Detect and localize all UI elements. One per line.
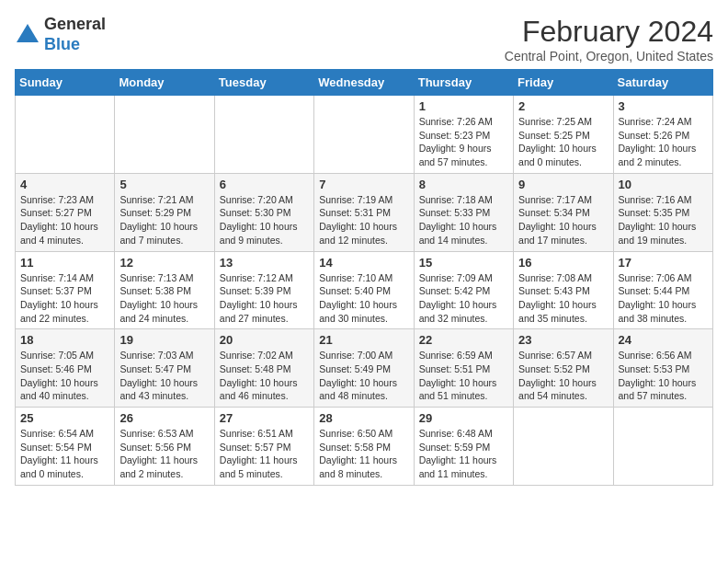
day-number: 6 (220, 178, 309, 191)
calendar-cell: 9Sunrise: 7:17 AMSunset: 5:34 PMDaylight… (514, 173, 613, 251)
day-detail: Sunrise: 7:16 AMSunset: 5:35 PMDaylight:… (619, 193, 708, 247)
calendar-cell: 27Sunrise: 6:51 AMSunset: 5:57 PMDayligh… (214, 408, 313, 486)
day-detail: Sunrise: 7:08 AMSunset: 5:43 PMDaylight:… (518, 271, 608, 326)
day-detail: Sunrise: 6:57 AMSunset: 5:52 PMDaylight:… (518, 349, 608, 403)
day-detail: Sunrise: 7:23 AMSunset: 5:27 PMDaylight:… (20, 193, 109, 247)
day-detail: Sunrise: 7:20 AMSunset: 5:30 PMDaylight:… (220, 193, 309, 247)
day-detail: Sunrise: 7:26 AMSunset: 5:23 PMDaylight:… (419, 115, 508, 169)
weekday-header: Wednesday (314, 70, 414, 96)
day-number: 26 (119, 411, 209, 425)
weekday-header-row: SundayMondayTuesdayWednesdayThursdayFrid… (16, 70, 713, 96)
calendar-cell (115, 96, 214, 174)
day-detail: Sunrise: 7:13 AMSunset: 5:38 PMDaylight:… (119, 271, 209, 326)
calendar-cell: 11Sunrise: 7:14 AMSunset: 5:37 PMDayligh… (16, 251, 115, 329)
logo-general: General (44, 15, 106, 33)
day-detail: Sunrise: 6:56 AMSunset: 5:53 PMDaylight:… (619, 349, 708, 403)
title-area: February 2024 Central Point, Oregon, Uni… (505, 15, 713, 63)
calendar-cell: 23Sunrise: 6:57 AMSunset: 5:52 PMDayligh… (514, 329, 613, 408)
day-number: 15 (419, 256, 508, 270)
day-number: 16 (518, 256, 608, 270)
day-detail: Sunrise: 7:21 AMSunset: 5:29 PMDaylight:… (119, 193, 209, 247)
day-number: 14 (319, 256, 408, 270)
day-number: 9 (518, 178, 608, 191)
day-detail: Sunrise: 7:17 AMSunset: 5:34 PMDaylight:… (518, 193, 608, 247)
calendar-cell: 28Sunrise: 6:50 AMSunset: 5:58 PMDayligh… (314, 408, 414, 486)
day-detail: Sunrise: 6:50 AMSunset: 5:58 PMDaylight:… (319, 427, 408, 481)
calendar-cell: 21Sunrise: 7:00 AMSunset: 5:49 PMDayligh… (314, 329, 414, 408)
calendar-cell: 16Sunrise: 7:08 AMSunset: 5:43 PMDayligh… (514, 251, 613, 329)
calendar-week-row: 4Sunrise: 7:23 AMSunset: 5:27 PMDaylight… (16, 173, 713, 251)
day-number: 3 (619, 99, 708, 113)
calendar-week-row: 1Sunrise: 7:26 AMSunset: 5:23 PMDaylight… (16, 96, 713, 174)
day-number: 11 (20, 256, 109, 270)
calendar-cell (314, 96, 414, 174)
logo-icon (15, 22, 40, 48)
day-number: 17 (619, 256, 708, 270)
weekday-header: Thursday (414, 70, 513, 96)
calendar-cell: 12Sunrise: 7:13 AMSunset: 5:38 PMDayligh… (115, 251, 214, 329)
calendar-cell: 4Sunrise: 7:23 AMSunset: 5:27 PMDaylight… (16, 173, 115, 251)
calendar-table: SundayMondayTuesdayWednesdayThursdayFrid… (15, 69, 713, 486)
weekday-header: Saturday (613, 70, 712, 96)
calendar-cell: 22Sunrise: 6:59 AMSunset: 5:51 PMDayligh… (414, 329, 513, 408)
calendar-week-row: 18Sunrise: 7:05 AMSunset: 5:46 PMDayligh… (16, 329, 713, 408)
calendar-cell: 5Sunrise: 7:21 AMSunset: 5:29 PMDaylight… (115, 173, 214, 251)
location-subtitle: Central Point, Oregon, United States (505, 49, 713, 63)
calendar-cell: 18Sunrise: 7:05 AMSunset: 5:46 PMDayligh… (16, 329, 115, 408)
day-number: 23 (518, 333, 608, 347)
calendar-cell (214, 96, 313, 174)
day-number: 12 (119, 256, 209, 270)
day-detail: Sunrise: 7:03 AMSunset: 5:47 PMDaylight:… (119, 349, 209, 403)
day-number: 1 (419, 99, 508, 113)
day-detail: Sunrise: 7:10 AMSunset: 5:40 PMDaylight:… (319, 271, 408, 326)
calendar-week-row: 25Sunrise: 6:54 AMSunset: 5:54 PMDayligh… (16, 408, 713, 486)
month-year-title: February 2024 (505, 15, 713, 49)
weekday-header: Tuesday (214, 70, 313, 96)
day-number: 4 (20, 178, 109, 191)
day-number: 25 (20, 411, 109, 425)
day-detail: Sunrise: 7:00 AMSunset: 5:49 PMDaylight:… (319, 349, 408, 403)
calendar-cell: 14Sunrise: 7:10 AMSunset: 5:40 PMDayligh… (314, 251, 414, 329)
calendar-cell: 29Sunrise: 6:48 AMSunset: 5:59 PMDayligh… (414, 408, 513, 486)
day-detail: Sunrise: 6:54 AMSunset: 5:54 PMDaylight:… (20, 427, 109, 481)
day-detail: Sunrise: 7:06 AMSunset: 5:44 PMDaylight:… (619, 271, 708, 326)
calendar-cell (16, 96, 115, 174)
day-detail: Sunrise: 6:53 AMSunset: 5:56 PMDaylight:… (119, 427, 209, 481)
day-number: 19 (119, 333, 209, 347)
day-detail: Sunrise: 6:48 AMSunset: 5:59 PMDaylight:… (419, 427, 508, 481)
calendar-cell: 24Sunrise: 6:56 AMSunset: 5:53 PMDayligh… (613, 329, 712, 408)
day-number: 5 (119, 178, 209, 191)
logo-blue: Blue (44, 35, 80, 53)
logo-text: General Blue (44, 15, 106, 54)
calendar-cell: 8Sunrise: 7:18 AMSunset: 5:33 PMDaylight… (414, 173, 513, 251)
calendar-cell: 20Sunrise: 7:02 AMSunset: 5:48 PMDayligh… (214, 329, 313, 408)
weekday-header: Friday (514, 70, 613, 96)
calendar-cell: 25Sunrise: 6:54 AMSunset: 5:54 PMDayligh… (16, 408, 115, 486)
day-number: 21 (319, 333, 408, 347)
weekday-header: Monday (115, 70, 214, 96)
day-detail: Sunrise: 7:09 AMSunset: 5:42 PMDaylight:… (419, 271, 508, 326)
day-number: 20 (220, 333, 309, 347)
day-number: 28 (319, 411, 408, 425)
day-detail: Sunrise: 6:59 AMSunset: 5:51 PMDaylight:… (419, 349, 508, 403)
day-detail: Sunrise: 7:02 AMSunset: 5:48 PMDaylight:… (220, 349, 309, 403)
day-detail: Sunrise: 7:24 AMSunset: 5:26 PMDaylight:… (619, 115, 708, 169)
day-detail: Sunrise: 7:05 AMSunset: 5:46 PMDaylight:… (20, 349, 109, 403)
day-detail: Sunrise: 7:12 AMSunset: 5:39 PMDaylight:… (220, 271, 309, 326)
day-detail: Sunrise: 7:18 AMSunset: 5:33 PMDaylight:… (419, 193, 508, 247)
calendar-cell: 13Sunrise: 7:12 AMSunset: 5:39 PMDayligh… (214, 251, 313, 329)
calendar-week-row: 11Sunrise: 7:14 AMSunset: 5:37 PMDayligh… (16, 251, 713, 329)
calendar-cell: 3Sunrise: 7:24 AMSunset: 5:26 PMDaylight… (613, 96, 712, 174)
calendar-cell: 2Sunrise: 7:25 AMSunset: 5:25 PMDaylight… (514, 96, 613, 174)
day-number: 29 (419, 411, 508, 425)
calendar-cell (514, 408, 613, 486)
calendar-cell: 10Sunrise: 7:16 AMSunset: 5:35 PMDayligh… (613, 173, 712, 251)
calendar-cell: 1Sunrise: 7:26 AMSunset: 5:23 PMDaylight… (414, 96, 513, 174)
page-header: General Blue February 2024 Central Point… (15, 15, 713, 63)
logo: General Blue (15, 15, 106, 54)
day-detail: Sunrise: 7:25 AMSunset: 5:25 PMDaylight:… (518, 115, 608, 169)
calendar-cell: 6Sunrise: 7:20 AMSunset: 5:30 PMDaylight… (214, 173, 313, 251)
calendar-cell: 26Sunrise: 6:53 AMSunset: 5:56 PMDayligh… (115, 408, 214, 486)
day-number: 7 (319, 178, 408, 191)
day-number: 18 (20, 333, 109, 347)
